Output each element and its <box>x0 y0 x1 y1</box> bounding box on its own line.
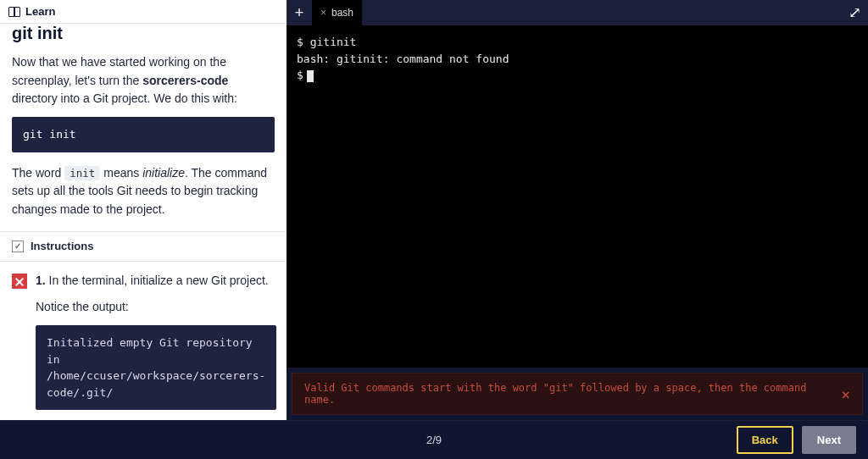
step-line-1: 1. In the terminal, initialize a new Git… <box>36 272 276 290</box>
terminal-line: bash: gitinit: command not found <box>297 51 858 68</box>
lesson-tab-bar: Learn <box>0 0 287 24</box>
next-button[interactable]: Next <box>802 426 856 454</box>
lesson-panel: Learn git init Now that we have started … <box>0 0 287 420</box>
error-hint-bar: Valid Git commands start with the word "… <box>292 373 863 415</box>
lesson-paragraph-1: Now that we have started working on the … <box>12 53 275 108</box>
terminal-body[interactable]: $ gitinit bash: gitinit: command not fou… <box>287 25 868 368</box>
terminal-tab-label: bash <box>331 7 353 19</box>
terminal-line: $ gitinit <box>297 34 858 51</box>
step-code-output: Initalized empty Git repository in /home… <box>36 325 276 410</box>
back-button[interactable]: Back <box>737 426 793 454</box>
terminal-line: $ <box>297 67 858 84</box>
terminal-cursor <box>307 70 314 82</box>
lesson-footer: 2/9 Back Next <box>0 420 868 459</box>
step-line-2: Notice the output: <box>36 298 276 317</box>
lesson-codeblock-1: git init <box>12 117 275 152</box>
checkbox-icon: ✓ <box>12 241 24 252</box>
step-status-error-icon <box>12 274 27 289</box>
progress-indicator: 2/9 <box>426 434 442 446</box>
lesson-paragraph-2: The word init means initialize. The comm… <box>12 164 275 219</box>
close-icon[interactable]: × <box>841 385 850 403</box>
lesson-section-title: git init <box>12 24 275 47</box>
terminal-tab-bash[interactable]: × bash <box>312 0 362 25</box>
error-hint-text: Valid Git commands start with the word "… <box>304 382 841 406</box>
lesson-body: git init Now that we have started workin… <box>0 24 287 420</box>
close-icon[interactable]: × <box>320 7 326 19</box>
book-icon <box>8 7 20 16</box>
lesson-tab-label: Learn <box>25 5 55 18</box>
instructions-label: Instructions <box>31 238 93 255</box>
terminal-add-tab-button[interactable]: + <box>287 1 312 25</box>
terminal-tab-bar: + × bash ⤢ <box>287 0 868 25</box>
instruction-step-1: 1. In the terminal, initialize a new Git… <box>12 272 275 420</box>
instructions-header: ✓ Instructions <box>0 231 287 262</box>
terminal-panel: + × bash ⤢ $ gitinit bash: gitinit: comm… <box>287 0 868 420</box>
expand-icon[interactable]: ⤢ <box>849 3 861 22</box>
